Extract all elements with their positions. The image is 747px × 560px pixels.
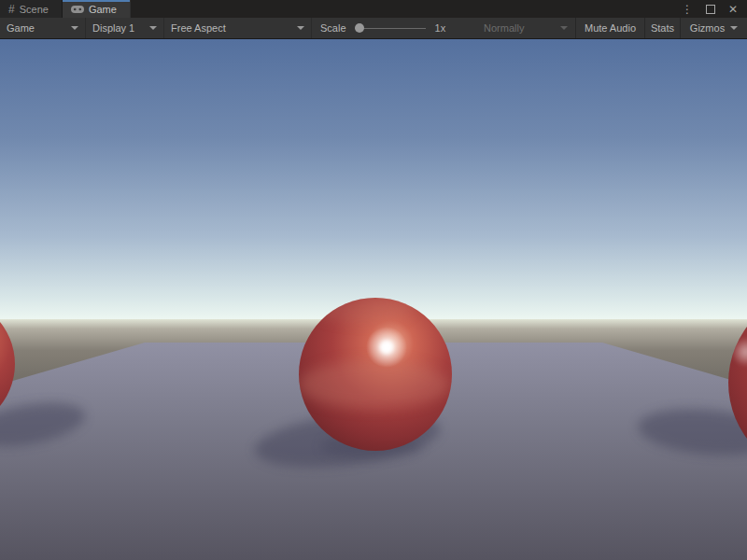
stats-button[interactable]: Stats <box>644 18 680 38</box>
kebab-menu-icon[interactable]: ⋮ <box>682 4 693 15</box>
close-icon[interactable]: ✕ <box>728 4 738 15</box>
chevron-down-icon <box>560 26 568 30</box>
tab-scene-label: Scene <box>20 4 49 15</box>
rendered-scene <box>0 39 747 560</box>
tab-game[interactable]: Game <box>63 0 131 18</box>
chevron-down-icon <box>730 26 738 30</box>
grid-icon: # <box>8 4 15 15</box>
chevron-down-icon <box>149 26 157 30</box>
display-label: Display 1 <box>92 22 134 34</box>
chevron-down-icon <box>71 26 78 30</box>
mute-audio-button[interactable]: Mute Audio <box>575 18 644 38</box>
sky <box>0 39 747 321</box>
scale-label: Scale <box>320 22 346 34</box>
scale-control: Scale 1x <box>312 18 476 38</box>
window-controls: ⋮ ✕ <box>682 0 747 18</box>
gizmos-label: Gizmos <box>690 22 725 34</box>
scale-slider-knob[interactable] <box>355 23 364 33</box>
play-mode-dropdown: Normally <box>476 18 575 38</box>
gamepad-icon <box>71 6 84 13</box>
play-mode-label: Normally <box>484 22 524 34</box>
view-mode-dropdown[interactable]: Game <box>0 18 86 38</box>
game-view-toolbar: Game Display 1 Free Aspect Scale 1x Norm… <box>0 18 747 39</box>
tab-game-label: Game <box>89 4 117 15</box>
center-sphere-specular-core <box>380 341 393 354</box>
gizmos-dropdown[interactable]: Gizmos <box>680 18 747 38</box>
scale-slider-track[interactable] <box>355 28 426 29</box>
mute-audio-label: Mute Audio <box>585 22 636 34</box>
tab-bar: # Scene Game ⋮ ✕ <box>0 0 747 18</box>
center-sphere-horizon-reflection <box>298 360 449 409</box>
chevron-down-icon <box>297 26 304 30</box>
view-mode-label: Game <box>7 22 35 34</box>
scale-value: 1x <box>435 22 446 34</box>
display-dropdown[interactable]: Display 1 <box>86 18 164 38</box>
game-viewport[interactable] <box>0 39 747 560</box>
aspect-ratio-dropdown[interactable]: Free Aspect <box>164 18 312 38</box>
stats-label: Stats <box>651 22 674 34</box>
tab-scene[interactable]: # Scene <box>0 0 63 18</box>
maximize-icon[interactable] <box>706 5 715 14</box>
unity-game-panel: # Scene Game ⋮ ✕ Game Display 1 Free <box>0 0 747 560</box>
aspect-label: Free Aspect <box>171 22 226 34</box>
